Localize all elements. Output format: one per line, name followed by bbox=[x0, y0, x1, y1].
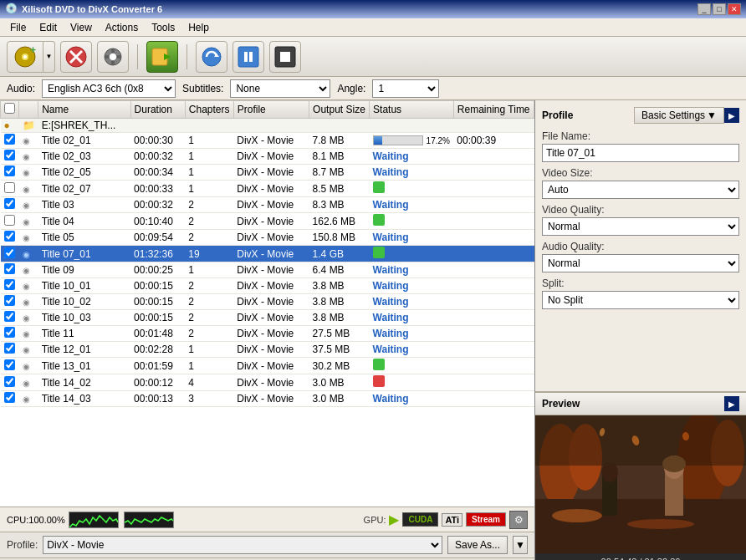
subtitles-select[interactable]: None bbox=[230, 79, 330, 98]
profile-select[interactable]: DivX - Movie bbox=[43, 536, 442, 554]
table-row[interactable]: ◉ Title 02_03 00:00:32 1 DivX - Movie 8.… bbox=[1, 149, 534, 165]
close-button[interactable]: ✕ bbox=[728, 3, 741, 15]
video-size-select[interactable]: Auto bbox=[542, 181, 739, 199]
col-output-size[interactable]: Output Size bbox=[309, 101, 370, 119]
save-as-button[interactable]: Save As... bbox=[447, 536, 508, 554]
row-size: 37.5 MB bbox=[309, 342, 370, 358]
table-row[interactable]: ◉ Title 03 00:00:32 2 DivX - Movie 8.3 M… bbox=[1, 197, 534, 213]
row-profile: DivX - Movie bbox=[233, 294, 309, 310]
row-checkbox[interactable] bbox=[4, 279, 15, 290]
row-status-cell: ◉ bbox=[19, 197, 38, 213]
stream-button[interactable]: Stream bbox=[466, 512, 506, 527]
row-checkbox[interactable] bbox=[4, 231, 15, 242]
audio-quality-select[interactable]: Normal bbox=[542, 254, 739, 272]
row-checkbox[interactable] bbox=[4, 215, 15, 226]
cuda-button[interactable]: CUDA bbox=[402, 512, 438, 527]
col-status[interactable]: Status bbox=[370, 101, 454, 119]
row-remaining: 00:00:39 bbox=[453, 133, 534, 149]
audio-select[interactable]: English AC3 6ch (0x8 bbox=[42, 79, 176, 98]
refresh-button[interactable] bbox=[196, 41, 227, 73]
row-checkbox[interactable] bbox=[4, 150, 15, 160]
row-size: 3.0 MB bbox=[309, 391, 370, 407]
row-remaining bbox=[453, 310, 534, 326]
folder-expand-cell[interactable]: 📁 bbox=[19, 119, 38, 133]
table-row[interactable]: ◉ Title 11 00:01:48 2 DivX - Movie 27.5 … bbox=[1, 326, 534, 342]
menu-file[interactable]: File bbox=[3, 20, 33, 35]
row-checkbox[interactable] bbox=[4, 182, 15, 193]
minimize-button[interactable]: _ bbox=[697, 3, 711, 15]
profile-expand-button[interactable]: ▶ bbox=[724, 108, 739, 123]
col-name[interactable]: Name bbox=[38, 101, 130, 119]
convert-button[interactable] bbox=[146, 41, 178, 73]
row-checkbox[interactable] bbox=[4, 311, 15, 322]
row-status bbox=[370, 358, 454, 374]
table-row[interactable]: ◉ Title 10_03 00:00:15 2 DivX - Movie 3.… bbox=[1, 310, 534, 326]
row-name: Title 02_01 bbox=[38, 133, 130, 149]
add-dvd-button[interactable]: + bbox=[7, 41, 43, 73]
file-list[interactable]: Name Duration Chapters Profile Output Si… bbox=[0, 100, 534, 507]
row-checkbox[interactable] bbox=[4, 198, 15, 209]
row-checkbox[interactable] bbox=[4, 295, 15, 306]
title-bar: 💿 Xilisoft DVD to DivX Converter 6 _ □ ✕ bbox=[0, 0, 746, 18]
separator-1 bbox=[137, 44, 138, 69]
table-row[interactable]: ◉ Title 13_01 00:01:59 1 DivX - Movie 30… bbox=[1, 358, 534, 374]
save-as-dropdown[interactable]: ▼ bbox=[513, 536, 528, 554]
svg-rect-21 bbox=[280, 52, 290, 62]
stop-button[interactable] bbox=[269, 41, 301, 73]
row-checkbox[interactable] bbox=[4, 376, 15, 387]
menu-edit[interactable]: Edit bbox=[33, 20, 64, 35]
remove-button[interactable] bbox=[60, 41, 92, 73]
row-remaining bbox=[453, 294, 534, 310]
gpu-settings-button[interactable]: ⚙ bbox=[509, 511, 528, 529]
col-duration[interactable]: Duration bbox=[130, 101, 185, 119]
table-row[interactable]: ◉ Title 14_03 00:00:13 3 DivX - Movie 3.… bbox=[1, 391, 534, 407]
row-checkbox[interactable] bbox=[4, 392, 15, 403]
preview-expand-button[interactable]: ▶ bbox=[724, 396, 739, 411]
row-checkbox[interactable] bbox=[4, 263, 15, 274]
row-checkbox[interactable] bbox=[4, 359, 15, 370]
menu-tools[interactable]: Tools bbox=[145, 20, 181, 35]
file-name-input[interactable] bbox=[542, 144, 739, 162]
video-quality-select[interactable]: Normal bbox=[542, 217, 739, 236]
pause-button[interactable] bbox=[232, 41, 264, 73]
row-duration: 00:00:34 bbox=[130, 165, 185, 181]
row-checkbox[interactable] bbox=[4, 343, 15, 354]
add-dvd-dropdown[interactable]: ▼ bbox=[43, 41, 55, 73]
folder-row[interactable]: ● 📁 E:[SHREK_TH... bbox=[1, 119, 534, 133]
table-row[interactable]: ◉ Title 04 00:10:40 2 DivX - Movie 162.6… bbox=[1, 213, 534, 230]
table-row[interactable]: ◉ Title 09 00:00:25 1 DivX - Movie 6.4 M… bbox=[1, 262, 534, 278]
menu-actions[interactable]: Actions bbox=[99, 20, 145, 35]
cpu-graph bbox=[69, 512, 119, 528]
settings-button[interactable] bbox=[97, 41, 129, 73]
col-profile[interactable]: Profile bbox=[233, 101, 309, 119]
table-row[interactable]: ◉ Title 02_07 00:00:33 1 DivX - Movie 8.… bbox=[1, 181, 534, 197]
table-row[interactable]: ◉ Title 10_02 00:00:15 2 DivX - Movie 3.… bbox=[1, 294, 534, 310]
row-status: Waiting bbox=[370, 294, 454, 310]
row-remaining bbox=[453, 230, 534, 246]
row-checkbox[interactable] bbox=[4, 247, 15, 258]
maximize-button[interactable]: □ bbox=[713, 3, 726, 15]
row-checkbox[interactable] bbox=[4, 327, 15, 338]
profile-bar-label: Profile: bbox=[7, 539, 38, 551]
table-row[interactable]: ◉ Title 10_01 00:00:15 2 DivX - Movie 3.… bbox=[1, 278, 534, 294]
table-row[interactable]: ◉ Title 02_01 00:00:30 1 DivX - Movie 7.… bbox=[1, 133, 534, 149]
table-row[interactable]: ◉ Title 02_05 00:00:34 1 DivX - Movie 8.… bbox=[1, 165, 534, 181]
select-all-checkbox[interactable] bbox=[4, 103, 15, 114]
row-profile: DivX - Movie bbox=[233, 358, 309, 374]
table-row[interactable]: ◉ Title 14_02 00:00:12 4 DivX - Movie 3.… bbox=[1, 374, 534, 391]
angle-select[interactable]: 1 bbox=[372, 79, 439, 98]
row-checkbox[interactable] bbox=[4, 165, 15, 176]
col-remaining[interactable]: Remaining Time bbox=[453, 101, 534, 119]
table-row[interactable]: ◉ Title 05 00:09:54 2 DivX - Movie 150.8… bbox=[1, 230, 534, 246]
split-select[interactable]: No Split bbox=[542, 291, 739, 309]
menu-help[interactable]: Help bbox=[181, 20, 216, 35]
separator-2 bbox=[186, 44, 187, 69]
basic-settings-button[interactable]: Basic Settings ▼ bbox=[634, 107, 724, 124]
row-status: Waiting bbox=[370, 230, 454, 246]
table-row-selected[interactable]: ◉ Title 07_01 01:32:36 19 DivX - Movie 1… bbox=[1, 246, 534, 262]
table-row[interactable]: ◉ Title 12_01 00:02:28 1 DivX - Movie 37… bbox=[1, 342, 534, 358]
col-chapters[interactable]: Chapters bbox=[185, 101, 233, 119]
left-panel: Name Duration Chapters Profile Output Si… bbox=[0, 100, 535, 560]
row-checkbox[interactable] bbox=[4, 134, 15, 145]
menu-view[interactable]: View bbox=[64, 20, 99, 35]
